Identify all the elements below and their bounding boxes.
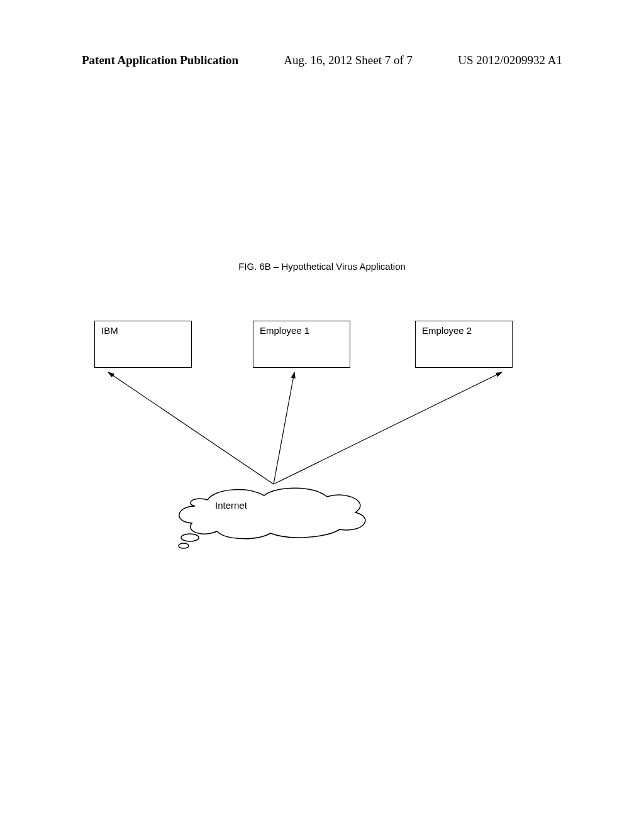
header-date-sheet: Aug. 16, 2012 Sheet 7 of 7: [284, 53, 413, 67]
svg-line-1: [274, 372, 294, 484]
connector-lines: [94, 321, 550, 560]
cloud-label: Internet: [215, 500, 247, 511]
header-publication: Patent Application Publication: [82, 53, 238, 67]
diagram: IBM Employee 1 Employee 2 Internet: [94, 321, 550, 560]
header-doc-number: US 2012/0209932 A1: [458, 53, 562, 67]
svg-line-0: [108, 372, 274, 484]
svg-line-2: [274, 372, 502, 484]
page-header: Patent Application Publication Aug. 16, …: [0, 53, 644, 67]
figure-caption: FIG. 6B – Hypothetical Virus Application: [0, 261, 644, 272]
